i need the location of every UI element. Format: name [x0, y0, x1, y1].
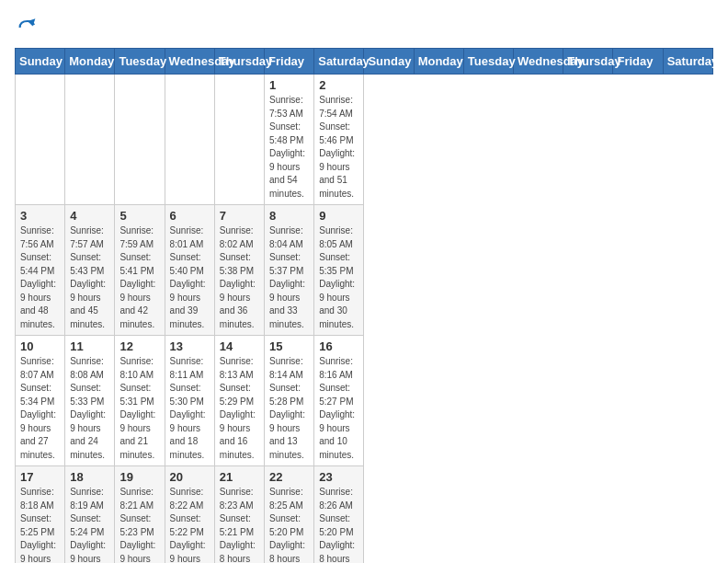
day-info: Sunrise: 8:08 AM Sunset: 5:33 PM Dayligh… [70, 355, 109, 462]
day-info: Sunrise: 7:54 AM Sunset: 5:46 PM Dayligh… [319, 94, 358, 201]
day-info: Sunrise: 8:26 AM Sunset: 5:20 PM Dayligh… [319, 486, 358, 563]
day-number: 3 [20, 209, 60, 223]
calendar-cell [115, 75, 165, 205]
col-header-monday: Monday [414, 49, 463, 75]
logo [15, 15, 44, 40]
day-header-monday: Monday [65, 49, 115, 75]
day-info: Sunrise: 8:02 AM Sunset: 5:38 PM Dayligh… [220, 224, 259, 331]
calendar-week-row: 3Sunrise: 7:56 AM Sunset: 5:44 PM Daylig… [16, 205, 713, 336]
day-number: 10 [20, 339, 60, 353]
calendar-cell: 9Sunrise: 8:05 AM Sunset: 5:35 PM Daylig… [314, 205, 364, 336]
day-number: 17 [20, 470, 60, 484]
day-number: 16 [319, 339, 358, 353]
logo-icon [15, 15, 40, 40]
day-number: 8 [269, 209, 309, 223]
calendar-cell [214, 75, 264, 205]
day-info: Sunrise: 8:14 AM Sunset: 5:28 PM Dayligh… [269, 355, 309, 462]
day-info: Sunrise: 8:01 AM Sunset: 5:40 PM Dayligh… [170, 224, 210, 331]
calendar-cell: 5Sunrise: 7:59 AM Sunset: 5:41 PM Daylig… [115, 205, 165, 336]
calendar-cell: 11Sunrise: 8:08 AM Sunset: 5:33 PM Dayli… [65, 336, 115, 466]
calendar-cell: 17Sunrise: 8:18 AM Sunset: 5:25 PM Dayli… [16, 466, 65, 564]
day-info: Sunrise: 8:19 AM Sunset: 5:24 PM Dayligh… [70, 486, 109, 563]
day-number: 2 [319, 78, 358, 92]
day-info: Sunrise: 7:57 AM Sunset: 5:43 PM Dayligh… [70, 224, 109, 331]
col-header-wednesday: Wednesday [514, 49, 563, 75]
day-header-tuesday: Tuesday [115, 49, 165, 75]
day-number: 12 [119, 339, 159, 353]
calendar-cell: 14Sunrise: 8:13 AM Sunset: 5:29 PM Dayli… [214, 336, 264, 466]
day-info: Sunrise: 8:10 AM Sunset: 5:31 PM Dayligh… [119, 355, 159, 462]
calendar-cell: 19Sunrise: 8:21 AM Sunset: 5:23 PM Dayli… [115, 466, 165, 564]
day-info: Sunrise: 8:18 AM Sunset: 5:25 PM Dayligh… [20, 486, 60, 563]
col-header-thursday: Thursday [563, 49, 613, 75]
day-info: Sunrise: 8:21 AM Sunset: 5:23 PM Dayligh… [119, 486, 159, 563]
day-info: Sunrise: 8:05 AM Sunset: 5:35 PM Dayligh… [319, 224, 358, 331]
calendar-cell: 6Sunrise: 8:01 AM Sunset: 5:40 PM Daylig… [165, 205, 214, 336]
calendar-cell: 20Sunrise: 8:22 AM Sunset: 5:22 PM Dayli… [165, 466, 214, 564]
calendar-week-row: 1Sunrise: 7:53 AM Sunset: 5:48 PM Daylig… [16, 75, 713, 205]
day-info: Sunrise: 8:07 AM Sunset: 5:34 PM Dayligh… [20, 355, 60, 462]
col-header-tuesday: Tuesday [463, 49, 513, 75]
col-header-saturday: Saturday [663, 49, 712, 75]
calendar-cell: 16Sunrise: 8:16 AM Sunset: 5:27 PM Dayli… [314, 336, 364, 466]
calendar-cell: 4Sunrise: 7:57 AM Sunset: 5:43 PM Daylig… [65, 205, 115, 336]
calendar-week-row: 10Sunrise: 8:07 AM Sunset: 5:34 PM Dayli… [16, 336, 713, 466]
calendar-cell [165, 75, 214, 205]
calendar-cell: 18Sunrise: 8:19 AM Sunset: 5:24 PM Dayli… [65, 466, 115, 564]
day-number: 23 [319, 470, 358, 484]
calendar-week-row: 17Sunrise: 8:18 AM Sunset: 5:25 PM Dayli… [16, 466, 713, 564]
day-info: Sunrise: 7:59 AM Sunset: 5:41 PM Dayligh… [119, 224, 159, 331]
day-info: Sunrise: 8:25 AM Sunset: 5:20 PM Dayligh… [269, 486, 309, 563]
day-number: 14 [220, 339, 259, 353]
calendar-cell: 13Sunrise: 8:11 AM Sunset: 5:30 PM Dayli… [165, 336, 214, 466]
calendar-cell [65, 75, 115, 205]
calendar-cell: 3Sunrise: 7:56 AM Sunset: 5:44 PM Daylig… [16, 205, 65, 336]
day-number: 13 [170, 339, 210, 353]
calendar-cell: 21Sunrise: 8:23 AM Sunset: 5:21 PM Dayli… [214, 466, 264, 564]
calendar-cell: 23Sunrise: 8:26 AM Sunset: 5:20 PM Dayli… [314, 466, 364, 564]
day-number: 22 [269, 470, 309, 484]
calendar-cell: 15Sunrise: 8:14 AM Sunset: 5:28 PM Dayli… [265, 336, 314, 466]
calendar-cell: 22Sunrise: 8:25 AM Sunset: 5:20 PM Dayli… [265, 466, 314, 564]
day-info: Sunrise: 8:13 AM Sunset: 5:29 PM Dayligh… [220, 355, 259, 462]
calendar-cell: 12Sunrise: 8:10 AM Sunset: 5:31 PM Dayli… [115, 336, 165, 466]
day-number: 5 [119, 209, 159, 223]
col-header-sunday: Sunday [364, 49, 414, 75]
calendar-cell [16, 75, 65, 205]
day-number: 21 [220, 470, 259, 484]
day-info: Sunrise: 8:22 AM Sunset: 5:22 PM Dayligh… [170, 486, 210, 563]
day-number: 11 [70, 339, 109, 353]
day-number: 9 [319, 209, 358, 223]
day-number: 6 [170, 209, 210, 223]
calendar-cell: 7Sunrise: 8:02 AM Sunset: 5:38 PM Daylig… [214, 205, 264, 336]
day-info: Sunrise: 8:16 AM Sunset: 5:27 PM Dayligh… [319, 355, 358, 462]
day-header-sunday: Sunday [16, 49, 65, 75]
calendar-cell: 2Sunrise: 7:54 AM Sunset: 5:46 PM Daylig… [314, 75, 364, 205]
day-header-wednesday: Wednesday [165, 49, 214, 75]
page-header [15, 15, 713, 40]
calendar-cell: 10Sunrise: 8:07 AM Sunset: 5:34 PM Dayli… [16, 336, 65, 466]
day-info: Sunrise: 8:23 AM Sunset: 5:21 PM Dayligh… [220, 486, 259, 563]
day-info: Sunrise: 8:04 AM Sunset: 5:37 PM Dayligh… [269, 224, 309, 331]
calendar-cell: 1Sunrise: 7:53 AM Sunset: 5:48 PM Daylig… [265, 75, 314, 205]
day-number: 7 [220, 209, 259, 223]
calendar-table: SundayMondayTuesdayWednesdayThursdayFrid… [15, 48, 713, 563]
calendar-header-row: SundayMondayTuesdayWednesdayThursdayFrid… [16, 49, 713, 75]
day-number: 18 [70, 470, 109, 484]
day-number: 4 [70, 209, 109, 223]
day-header-friday: Friday [265, 49, 314, 75]
day-header-thursday: Thursday [214, 49, 264, 75]
calendar-cell: 8Sunrise: 8:04 AM Sunset: 5:37 PM Daylig… [265, 205, 314, 336]
day-number: 20 [170, 470, 210, 484]
day-number: 1 [269, 78, 309, 92]
day-header-saturday: Saturday [314, 49, 364, 75]
day-info: Sunrise: 7:53 AM Sunset: 5:48 PM Dayligh… [269, 94, 309, 201]
col-header-friday: Friday [613, 49, 663, 75]
day-number: 15 [269, 339, 309, 353]
day-number: 19 [119, 470, 159, 484]
day-info: Sunrise: 8:11 AM Sunset: 5:30 PM Dayligh… [170, 355, 210, 462]
day-info: Sunrise: 7:56 AM Sunset: 5:44 PM Dayligh… [20, 224, 60, 331]
